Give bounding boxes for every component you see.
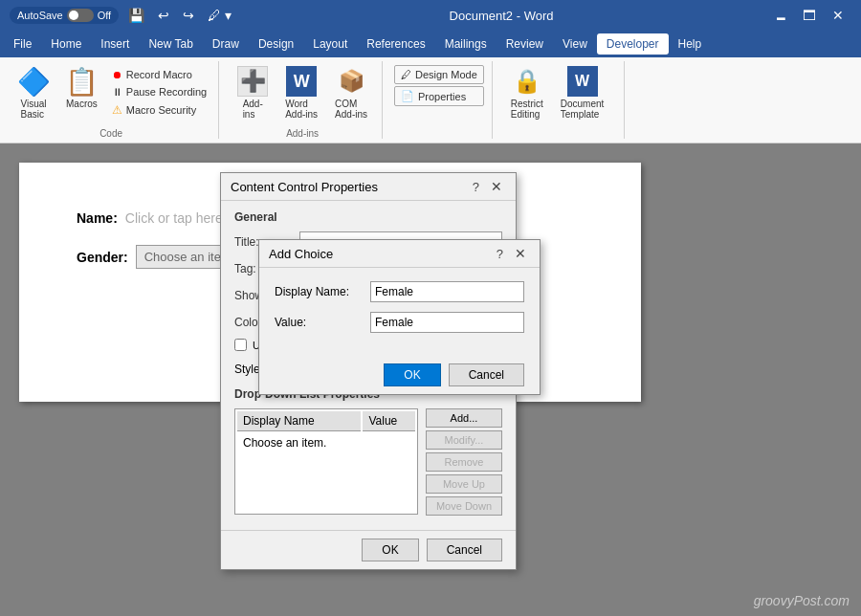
style-checkbox[interactable] — [234, 339, 247, 351]
autosave-label: AutoSave — [17, 10, 63, 21]
display-name-label: Display Name: — [275, 285, 370, 298]
properties-button[interactable]: 📄 Properties — [394, 86, 484, 106]
close-button[interactable]: ✕ — [825, 2, 851, 29]
properties-label: Properties — [418, 91, 466, 102]
autosave-state: Off — [98, 10, 111, 21]
ribbon-items-code: 🔷 VisualBasic 📋 Macros ⏺ Record Macro ⏸ … — [11, 61, 210, 124]
window-controls: 🗕 🗖 ✕ — [767, 2, 851, 29]
visual-basic-label: VisualBasic — [20, 99, 46, 120]
ribbon-group-templates: 🔒 RestrictEditing W DocumentTemplate Dro… — [500, 61, 625, 139]
row-display: Choose an item. — [237, 433, 361, 452]
menu-draw[interactable]: Draw — [203, 33, 249, 55]
redo-button[interactable]: ↪ — [179, 6, 198, 25]
display-name-row: Display Name: — [275, 281, 524, 302]
move-up-button[interactable]: Move Up — [426, 474, 502, 494]
menu-references[interactable]: References — [357, 33, 434, 55]
dialog-ccp-titlebar: Content Control Properties ? ✕ — [221, 173, 516, 201]
ribbon-btn-com-addins[interactable]: 📦 COMAdd-ins — [328, 61, 374, 124]
pause-label: Pause Recording — [126, 86, 207, 98]
menu-layout[interactable]: Layout — [303, 33, 357, 55]
menu-review[interactable]: Review — [497, 33, 553, 55]
dialog-add-choice: Add Choice ? ✕ Display Name: Value: OK C — [258, 239, 541, 395]
ribbon-group-addins: ➕ Add-ins W WordAdd-ins 📦 COMAdd-ins Add… — [227, 61, 383, 139]
macro-security-button[interactable]: ⚠ Macro Security — [108, 101, 210, 119]
move-down-button[interactable]: Move Down — [426, 496, 502, 516]
pause-icon: ⏸ — [112, 86, 122, 98]
save-button[interactable]: 💾 — [124, 6, 148, 25]
dialog-ccp-footer: OK Cancel — [221, 530, 516, 569]
value-input[interactable] — [370, 312, 524, 333]
dialog-ccp-controls: ? ✕ — [469, 179, 506, 194]
customize-button[interactable]: 🖊 ▾ — [204, 6, 235, 25]
row-value — [363, 433, 414, 452]
dialog-add-ok-button[interactable]: OK — [384, 363, 440, 386]
autosave-area: AutoSave Off — [10, 7, 119, 24]
maximize-button[interactable]: 🗖 — [796, 2, 823, 29]
dropdown-section: Drop-Down List Properties Display Name V… — [234, 387, 502, 520]
value-label: Value: — [275, 316, 370, 329]
ribbon-btn-word-addins[interactable]: W WordAdd-ins — [278, 61, 324, 124]
table-row[interactable]: Choose an item. — [237, 433, 415, 452]
dialog-ccp-cancel-button[interactable]: Cancel — [427, 539, 502, 561]
dialog-add-close-button[interactable]: ✕ — [511, 246, 530, 261]
window-title: Document2 - Word — [450, 9, 554, 23]
dialog-add-controls: ? ✕ — [493, 246, 530, 261]
dialog-ccp-ok-button[interactable]: OK — [362, 539, 418, 561]
gender-label: Gender: — [77, 250, 128, 265]
pause-recording-button[interactable]: ⏸ Pause Recording — [108, 84, 210, 99]
dialog-add-titlebar: Add Choice ? ✕ — [259, 240, 540, 268]
record-icon: ⏺ — [112, 69, 122, 80]
display-name-input[interactable] — [370, 281, 524, 302]
modify-button[interactable]: Modify... — [426, 430, 502, 450]
add-button[interactable]: Add... — [426, 408, 502, 428]
menu-new-tab[interactable]: New Tab — [139, 33, 202, 55]
title-bar: AutoSave Off 💾 ↩ ↪ 🖊 ▾ Document2 - Word … — [0, 0, 861, 31]
minimize-button[interactable]: 🗕 — [767, 2, 794, 29]
dialog-ccp-help-button[interactable]: ? — [469, 179, 483, 194]
menu-developer[interactable]: Developer — [597, 33, 669, 55]
remove-button[interactable]: Remove — [426, 452, 502, 472]
dialog-add-help-button[interactable]: ? — [493, 246, 507, 261]
dropdown-list-area: Display Name Value Choose an item. — [234, 408, 502, 520]
record-macro-label: Record Macro — [126, 69, 192, 80]
ribbon-btn-macros[interactable]: 📋 Macros — [59, 61, 104, 114]
addins-icon: ➕ — [237, 66, 268, 97]
ribbon-group-controls: 🖊 Design Mode 📄 Properties — [390, 61, 493, 139]
macros-label: Macros — [66, 99, 98, 109]
autosave-toggle[interactable] — [67, 9, 94, 22]
word-addins-label: WordAdd-ins — [285, 99, 318, 120]
ribbon-btn-addins[interactable]: ➕ Add-ins — [231, 61, 275, 124]
design-mode-button[interactable]: 🖊 Design Mode — [394, 65, 484, 84]
undo-button[interactable]: ↩ — [154, 6, 173, 25]
word-addins-icon: W — [286, 66, 317, 97]
menu-mailings[interactable]: Mailings — [435, 33, 497, 55]
menu-file[interactable]: File — [4, 33, 41, 55]
dropdown-table-container: Display Name Value Choose an item. — [234, 408, 418, 520]
document-template-label: DocumentTemplate — [561, 99, 605, 120]
menu-design[interactable]: Design — [249, 33, 303, 55]
menu-view[interactable]: View — [553, 33, 597, 55]
restrict-label: RestrictEditing — [511, 99, 543, 120]
ribbon-btn-restrict-editing[interactable]: 🔒 RestrictEditing — [504, 61, 550, 124]
dialog-ccp-title: Content Control Properties — [231, 180, 378, 194]
dialog-add-cancel-button[interactable]: Cancel — [449, 363, 524, 386]
dialog-ccp-close-button[interactable]: ✕ — [487, 179, 506, 194]
menu-help[interactable]: Help — [669, 33, 712, 55]
warning-icon: ⚠ — [112, 103, 122, 117]
ribbon-items-controls: 🖊 Design Mode 📄 Properties — [394, 61, 484, 139]
col-value: Value — [363, 411, 414, 431]
value-row: Value: — [275, 312, 524, 333]
ribbon-btn-visual-basic[interactable]: 🔷 VisualBasic — [11, 61, 55, 124]
ribbon: 🔷 VisualBasic 📋 Macros ⏺ Record Macro ⏸ … — [0, 57, 861, 143]
properties-icon: 📄 — [401, 90, 414, 102]
watermark: groovyPost.com — [754, 593, 850, 608]
lock-icon: 🔒 — [512, 66, 542, 97]
design-mode-label: Design Mode — [415, 69, 477, 80]
menu-bar: File Home Insert New Tab Draw Design Lay… — [0, 31, 861, 57]
ribbon-btn-document-template[interactable]: W DocumentTemplate — [554, 61, 611, 124]
col-display-name: Display Name — [237, 411, 361, 431]
menu-home[interactable]: Home — [41, 33, 91, 55]
addins-label: Add-ins — [243, 99, 263, 120]
menu-insert[interactable]: Insert — [91, 33, 139, 55]
record-macro-button[interactable]: ⏺ Record Macro — [108, 67, 210, 82]
